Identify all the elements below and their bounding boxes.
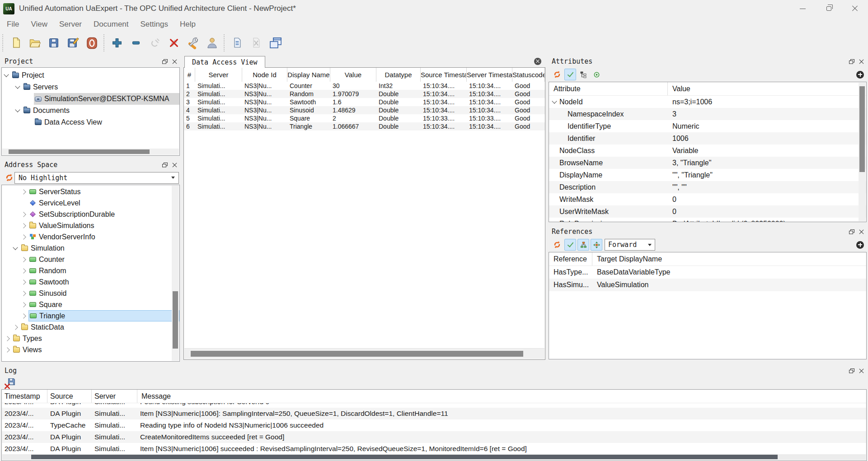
column-header[interactable]: Server Timestamp xyxy=(467,68,512,82)
expand-chevron-icon[interactable] xyxy=(552,98,557,103)
address-tree-item[interactable]: VendorServerInfo xyxy=(2,231,179,242)
column-header[interactable]: Server xyxy=(195,68,242,82)
scrollbar-thumb[interactable] xyxy=(173,291,178,349)
auto-update-toggle[interactable] xyxy=(564,69,576,80)
expand-chevron-icon[interactable] xyxy=(13,245,18,250)
disconnect-server-button[interactable] xyxy=(82,33,101,52)
menu-item[interactable]: Help xyxy=(174,20,202,29)
highlight-filter-dropdown[interactable]: No Highlight xyxy=(14,172,179,184)
refresh-button[interactable] xyxy=(551,69,563,80)
log-row[interactable]: 2023/4/... DA Plugin Simulati... Found e… xyxy=(2,403,866,408)
attribute-row[interactable]: WriteMask 0 xyxy=(549,193,866,205)
menu-item[interactable]: View xyxy=(25,20,53,29)
column-header[interactable]: Value xyxy=(330,68,376,82)
scrollbar-thumb[interactable] xyxy=(191,351,523,357)
expand-chevron-icon[interactable] xyxy=(21,234,26,239)
address-tree-item[interactable]: ValueSimulations xyxy=(2,220,179,231)
log-row[interactable]: 2023/4/... DA Plugin Simulati... CreateM… xyxy=(2,431,866,443)
expand-chevron-icon[interactable] xyxy=(21,291,26,296)
close-panel-icon[interactable] xyxy=(172,59,177,64)
close-view-button[interactable] xyxy=(534,58,541,65)
address-tree-item[interactable]: Triangle xyxy=(2,310,179,321)
attribute-row[interactable]: NamespaceIndex 3 xyxy=(549,108,866,120)
table-row[interactable]: 3 Simulati... NS3|Nu... Sawtooth 1.6 Dou… xyxy=(184,98,545,106)
expand-chevron-icon[interactable] xyxy=(21,279,26,284)
address-tree-item[interactable]: Types xyxy=(2,333,179,344)
restore-button[interactable] xyxy=(816,0,842,17)
address-tree-item[interactable]: Sawtooth xyxy=(2,276,179,288)
open-project-button[interactable] xyxy=(25,33,44,52)
add-button[interactable] xyxy=(856,71,864,79)
close-panel-icon[interactable] xyxy=(859,59,864,64)
project-tree-item[interactable]: SimulationServer@DESKTOP-KSMNA xyxy=(2,93,179,105)
float-panel-icon[interactable] xyxy=(162,59,168,64)
reference-row[interactable]: HasSimu... ValueSimulation xyxy=(549,279,866,291)
log-row[interactable]: 2023/4/... TypeCache Simulati... Reading… xyxy=(2,419,866,431)
table-row[interactable]: 2 Simulati... NS3|Nu... Random 1.970079 … xyxy=(184,90,545,98)
expand-chevron-icon[interactable] xyxy=(21,302,26,307)
table-row[interactable]: 5 Simulati... NS3|Nu... Square 2 Double … xyxy=(184,114,545,122)
project-tree-item[interactable]: Project xyxy=(2,70,179,81)
table-row[interactable]: 4 Simulati... NS3|Nu... Sinusoid 1.48629… xyxy=(184,106,545,114)
vertical-scrollbar[interactable] xyxy=(172,186,179,361)
address-tree-item[interactable]: Sinusoid xyxy=(2,288,179,299)
close-panel-icon[interactable] xyxy=(172,163,177,168)
horizontal-scrollbar[interactable] xyxy=(2,454,866,460)
address-tree-item[interactable]: StaticData xyxy=(2,321,179,333)
delete-button[interactable] xyxy=(164,33,183,52)
attribute-row[interactable]: BrowseName 3, "Triangle" xyxy=(549,157,866,169)
auto-update-toggle[interactable] xyxy=(564,239,576,251)
attribute-row[interactable]: Identifier 1006 xyxy=(549,132,866,144)
expand-chevron-icon[interactable] xyxy=(4,72,9,77)
expand-chevron-icon[interactable] xyxy=(21,257,26,262)
expand-chevron-icon[interactable] xyxy=(21,212,26,217)
tab-data-access-view[interactable]: Data Access View xyxy=(184,56,265,68)
hierarchical-references-toggle[interactable] xyxy=(577,239,589,251)
column-header[interactable]: Attribute xyxy=(549,82,668,95)
log-row[interactable]: 2023/4/... DA Plugin Simulati... Item [N… xyxy=(2,443,866,454)
column-header[interactable]: Target DisplayName xyxy=(592,252,866,265)
windows-cascade-button[interactable] xyxy=(266,33,285,52)
menu-item[interactable]: File xyxy=(1,20,25,29)
attribute-row[interactable]: NodeClass Variable xyxy=(549,144,866,157)
minimize-button[interactable] xyxy=(789,0,816,17)
attribute-row[interactable]: DisplayName "", "Triangle" xyxy=(549,169,866,181)
horizontal-scrollbar[interactable] xyxy=(2,149,179,155)
address-tree-item[interactable]: ServiceLevel xyxy=(2,197,179,209)
save-project-button[interactable] xyxy=(44,33,63,52)
refresh-button[interactable] xyxy=(551,239,563,251)
project-tree-item[interactable]: Servers xyxy=(2,81,179,93)
column-header[interactable]: Source Timestamp xyxy=(421,68,467,82)
column-header[interactable]: Datatype xyxy=(376,68,421,82)
address-tree-item[interactable]: Views xyxy=(2,344,179,355)
project-tree-item[interactable]: Data Access View xyxy=(2,116,179,128)
close-panel-icon[interactable] xyxy=(859,368,864,373)
add-document-button[interactable] xyxy=(228,33,247,52)
change-user-button[interactable] xyxy=(202,33,221,52)
expand-chevron-icon[interactable] xyxy=(5,347,9,352)
column-header[interactable]: # xyxy=(184,68,195,82)
scrollbar-thumb[interactable] xyxy=(9,149,150,154)
column-header[interactable]: Timestamp xyxy=(2,390,47,403)
horizontal-scrollbar[interactable] xyxy=(184,348,544,359)
follow-references-toggle[interactable] xyxy=(591,239,602,251)
float-panel-icon[interactable] xyxy=(849,229,854,234)
refresh-button[interactable] xyxy=(4,172,14,183)
attribute-row[interactable]: UserWriteMask 0 xyxy=(549,205,866,218)
menu-item[interactable]: Server xyxy=(53,20,88,29)
column-header[interactable]: Node Id xyxy=(242,68,287,82)
expand-chevron-icon[interactable] xyxy=(21,268,26,273)
address-tree-item[interactable]: Square xyxy=(2,299,179,310)
column-header[interactable]: Reference xyxy=(549,252,592,265)
column-header[interactable]: Statuscode xyxy=(512,68,545,82)
table-row[interactable]: 6 Simulati... NS3|Nu... Triangle 1.06666… xyxy=(184,122,545,130)
collapse-tree-button[interactable] xyxy=(577,69,589,80)
save-log-button[interactable] xyxy=(8,378,15,387)
menu-item[interactable]: Document xyxy=(88,20,134,29)
expand-chevron-icon[interactable] xyxy=(15,107,20,112)
close-button[interactable] xyxy=(842,0,868,17)
expand-chevron-icon[interactable] xyxy=(5,336,9,341)
float-panel-icon[interactable] xyxy=(162,163,168,168)
add-button[interactable] xyxy=(856,241,864,249)
attribute-row[interactable]: IdentifierType Numeric xyxy=(549,120,866,132)
